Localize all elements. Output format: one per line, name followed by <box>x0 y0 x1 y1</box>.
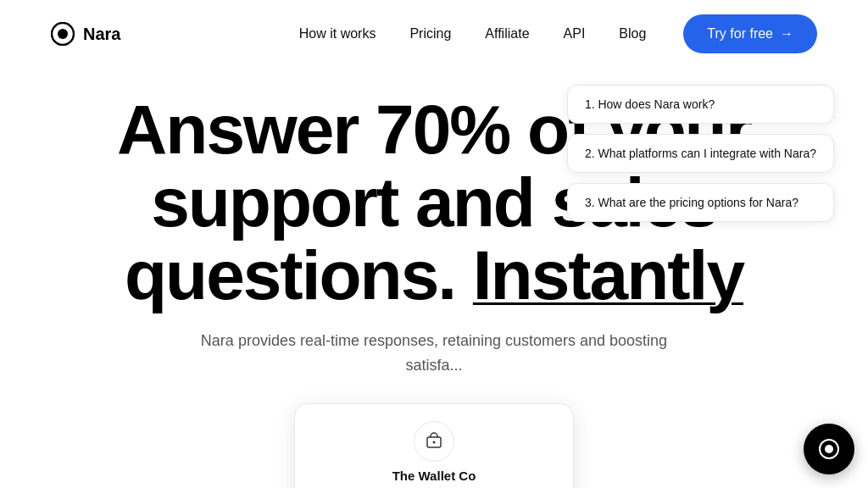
nav-link-blog[interactable]: Blog <box>602 19 663 48</box>
hero-heading-line3-normal: questions. <box>125 236 455 313</box>
svg-point-5 <box>825 445 833 453</box>
navbar: Nara How it works Pricing Affiliate API … <box>0 0 868 68</box>
question-card-1: 1. How does Nara work? <box>567 85 834 124</box>
nara-bubble-icon <box>819 439 839 459</box>
hero-subtext: Nara provides real-time responses, retai… <box>180 329 688 378</box>
nav-item-how-it-works[interactable]: How it works <box>282 19 393 48</box>
nav-item-blog[interactable]: Blog <box>602 19 663 48</box>
logo-text: Nara <box>83 25 120 44</box>
logo-link[interactable]: Nara <box>51 22 120 46</box>
nav-link-affiliate[interactable]: Affiliate <box>468 19 546 48</box>
nav-links: How it works Pricing Affiliate API Blog <box>282 19 664 48</box>
question-card-2: 2. What platforms can I integrate with N… <box>567 134 834 173</box>
nav-link-api[interactable]: API <box>547 19 603 48</box>
chat-widget-header: The Wallet Co <box>295 404 573 488</box>
chat-preview: The Wallet Co I want to buy a new wallet… <box>294 403 574 488</box>
try-for-free-button[interactable]: Try for free → <box>683 14 817 53</box>
nav-link-how-it-works[interactable]: How it works <box>282 19 393 48</box>
nav-item-affiliate[interactable]: Affiliate <box>468 19 546 48</box>
nav-item-api[interactable]: API <box>547 19 603 48</box>
hero-heading-line3-underline: Instantly <box>473 236 743 313</box>
nav-item-pricing[interactable]: Pricing <box>392 19 468 48</box>
nav-link-pricing[interactable]: Pricing <box>392 19 468 48</box>
chat-widget: The Wallet Co I want to buy a new wallet… <box>294 403 574 488</box>
nara-logo-icon <box>51 22 75 46</box>
chat-brand-name: The Wallet Co <box>312 469 556 483</box>
svg-point-1 <box>58 29 68 39</box>
nara-chat-bubble[interactable] <box>804 424 854 474</box>
chat-avatar <box>414 421 454 462</box>
question-cards: 1. How does Nara work? 2. What platforms… <box>567 85 834 222</box>
question-card-3: 3. What are the pricing options for Nara… <box>567 183 834 222</box>
svg-point-3 <box>433 441 436 443</box>
hero-section: Answer 70% of your support and sales que… <box>0 68 868 488</box>
